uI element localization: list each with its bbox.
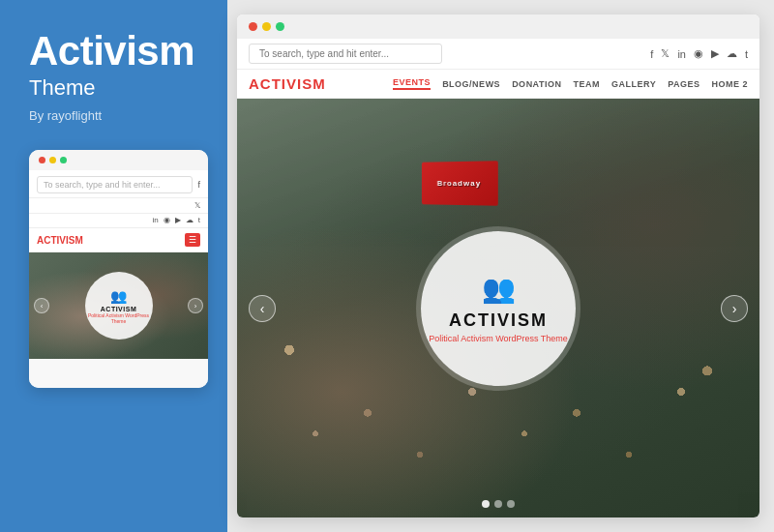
broadway-sign: Broadway — [422, 161, 498, 206]
hero-dot-3[interactable] — [507, 500, 515, 508]
mobile-arrow-right[interactable]: › — [188, 298, 203, 313]
mobile-fb-icon: f — [197, 180, 200, 190]
desktop-mockup: f 𝕏 in ◉ ▶ ☁ t ACTIVISM EVENTS BLOG/NEWS… — [237, 15, 759, 517]
desktop-social-icons: f 𝕏 in ◉ ▶ ☁ t — [650, 47, 748, 60]
desktop-header: f 𝕏 in ◉ ▶ ☁ t — [237, 39, 759, 70]
desktop-skype-icon: ☁ — [727, 47, 737, 60]
hero-dot-1[interactable] — [482, 500, 490, 508]
desktop-youtube-icon: ▶ — [711, 47, 719, 60]
mobile-brand-rest: CTIVISM — [44, 235, 83, 246]
mobile-menu-icon[interactable]: ☰ — [185, 233, 200, 247]
left-panel: Activism Theme By rayoflightt To search,… — [0, 0, 227, 532]
theme-subtitle: Theme — [29, 75, 95, 101]
mobile-twitter-icon: 𝕏 — [194, 201, 200, 210]
broadway-sign-text: Broadway — [437, 179, 482, 188]
nav-link-blognews[interactable]: BLOG/NEWS — [442, 79, 500, 89]
desktop-instagram-icon: ◉ — [694, 47, 703, 60]
nav-link-team[interactable]: TEAM — [573, 79, 600, 89]
desktop-nav: ACTIVISM EVENTS BLOG/NEWS DONATION TEAM … — [237, 70, 759, 99]
mobile-social-row: 𝕏 — [29, 198, 208, 214]
mobile-hero-circle: 👥 ACTIVISM Political Activism WordPress … — [85, 272, 153, 340]
desktop-brand-a: A — [249, 75, 260, 92]
desktop-brand: ACTIVISM — [249, 75, 326, 92]
mobile-hero: ‹ 👥 ACTIVISM Political Activism WordPres… — [29, 252, 208, 359]
nav-link-events[interactable]: EVENTS — [393, 77, 431, 90]
mobile-footer-area — [29, 359, 208, 388]
mobile-skype-icon: ☁ — [186, 216, 194, 224]
desktop-linkedin-icon: in — [677, 48, 686, 60]
desktop-top-bar — [237, 15, 759, 39]
desktop-arrow-left[interactable]: ‹ — [249, 295, 276, 322]
mobile-dot-yellow — [49, 157, 56, 163]
desktop-tumblr-icon: t — [745, 48, 748, 60]
nav-link-gallery[interactable]: GALLERY — [611, 79, 656, 89]
mobile-top-bar — [29, 150, 208, 170]
hero-dots — [482, 500, 515, 508]
desktop-dot-yellow — [262, 22, 271, 31]
nav-link-home2[interactable]: HOME 2 — [711, 79, 748, 89]
desktop-twitter-icon: 𝕏 — [661, 47, 670, 60]
hero-people-icon: 👥 — [482, 273, 516, 305]
hero-circle-subtitle: Political Activism WordPress Theme — [429, 334, 568, 343]
mobile-youtube-icon: ▶ — [175, 216, 181, 224]
mobile-circle-subtitle: Political Activism WordPress Theme — [85, 312, 153, 324]
hero-circle-title: ACTIVISM — [449, 310, 548, 331]
mobile-search-bar: To search, type and hit enter... f — [29, 170, 208, 198]
theme-title: Activism — [29, 29, 194, 74]
mobile-people-icon: 👥 — [110, 288, 127, 304]
mobile-mockup: To search, type and hit enter... f 𝕏 in … — [29, 150, 208, 388]
desktop-dot-green — [276, 22, 284, 31]
mobile-linkedin-icon: in — [153, 216, 159, 224]
mobile-dot-green — [60, 157, 67, 163]
mobile-dot-red — [39, 157, 45, 163]
mobile-search-input[interactable]: To search, type and hit enter... — [37, 176, 193, 193]
mobile-social-row2: in ◉ ▶ ☁ t — [29, 214, 208, 228]
desktop-nav-links: EVENTS BLOG/NEWS DONATION TEAM GALLERY P… — [393, 77, 748, 90]
desktop-arrow-right[interactable]: › — [721, 295, 748, 322]
hero-dot-2[interactable] — [494, 500, 502, 508]
mobile-brand: ACTIVISM — [37, 235, 83, 246]
mobile-circle-title: ACTIVISM — [101, 306, 136, 312]
nav-link-donation[interactable]: DONATION — [512, 79, 561, 89]
desktop-brand-rest: CTIVISM — [260, 75, 326, 92]
mobile-dribbble-icon: ◉ — [164, 216, 170, 224]
mobile-tumblr-icon: t — [198, 216, 200, 224]
desktop-hero-circle: 👥 ACTIVISM Political Activism WordPress … — [421, 231, 576, 386]
nav-link-pages[interactable]: PAGES — [668, 79, 700, 89]
theme-author: By rayoflightt — [29, 108, 102, 123]
mobile-arrow-left[interactable]: ‹ — [34, 298, 49, 313]
desktop-hero: Broadway ‹ 👥 ACTIVISM Political Activism… — [237, 99, 759, 517]
desktop-fb-icon: f — [650, 48, 653, 60]
desktop-search-input[interactable] — [249, 44, 442, 64]
right-panel: f 𝕏 in ◉ ▶ ☁ t ACTIVISM EVENTS BLOG/NEWS… — [227, 0, 774, 532]
mobile-nav-bar: ACTIVISM ☰ — [29, 228, 208, 252]
desktop-dot-red — [249, 22, 257, 31]
